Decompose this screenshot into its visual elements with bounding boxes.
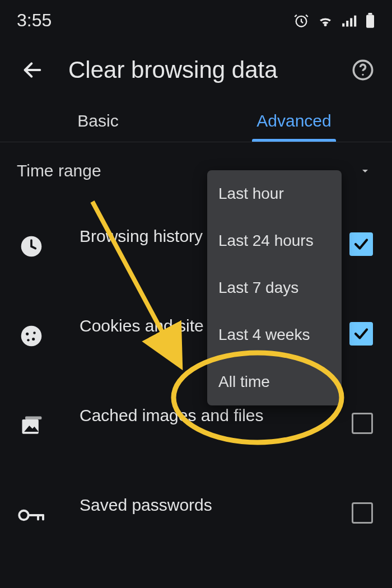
- page-title: Clear browsing data: [48, 57, 347, 83]
- svg-rect-5: [366, 15, 374, 27]
- tab-advanced-label: Advanced: [256, 111, 331, 130]
- clock-icon: [17, 232, 46, 261]
- key-icon: [17, 501, 46, 530]
- svg-rect-6: [368, 13, 372, 15]
- svg-point-12: [32, 338, 35, 340]
- check-icon: [353, 236, 370, 253]
- tab-advanced[interactable]: Advanced: [196, 99, 392, 142]
- svg-point-9: [362, 74, 363, 76]
- chevron-down-icon: [358, 164, 372, 178]
- svg-point-13: [27, 339, 29, 341]
- tab-basic[interactable]: Basic: [0, 99, 196, 142]
- svg-rect-1: [342, 23, 344, 26]
- dropdown-option-last-7-days[interactable]: Last 7 days: [207, 264, 342, 311]
- option-label: Last 7 days: [218, 279, 298, 296]
- option-label: All time: [218, 373, 270, 390]
- option-label: Last 24 hours: [218, 232, 314, 249]
- time-range-label: Time range: [17, 161, 207, 180]
- dropdown-option-last-4-weeks[interactable]: Last 4 weeks: [207, 311, 342, 358]
- status-time: 3:55: [17, 10, 52, 31]
- help-button[interactable]: [347, 54, 379, 86]
- option-label: Last 4 weeks: [218, 326, 310, 343]
- dropdown-option-all-time[interactable]: All time: [207, 358, 342, 405]
- item-label: Cached images and files: [46, 406, 352, 425]
- svg-rect-3: [350, 18, 352, 26]
- signal-icon: [342, 14, 357, 27]
- item-label: Saved passwords: [46, 496, 352, 515]
- svg-rect-17: [25, 417, 41, 420]
- checkbox-browsing-history[interactable]: [349, 232, 373, 256]
- arrow-left-icon: [21, 59, 44, 81]
- svg-point-18: [19, 511, 29, 520]
- item-passwords[interactable]: Saved passwords: [0, 463, 392, 552]
- header: Clear browsing data: [0, 34, 392, 99]
- svg-rect-2: [346, 21, 348, 27]
- checkbox-cache[interactable]: [352, 413, 373, 434]
- checkbox-cookies[interactable]: [349, 322, 373, 346]
- tabs: Basic Advanced: [0, 99, 392, 142]
- option-label: Last hour: [218, 185, 284, 202]
- status-bar: 3:55: [0, 0, 392, 34]
- svg-point-14: [33, 332, 35, 334]
- check-icon: [353, 325, 370, 342]
- alarm-icon: [293, 13, 309, 29]
- time-range-dropdown: Last hour Last 24 hours Last 7 days Last…: [207, 170, 342, 405]
- wifi-icon: [317, 13, 334, 28]
- dropdown-option-last-24-hours[interactable]: Last 24 hours: [207, 217, 342, 264]
- svg-point-11: [26, 333, 29, 335]
- status-icons: [293, 13, 375, 29]
- back-button[interactable]: [17, 54, 48, 86]
- help-icon: [352, 59, 374, 81]
- checkbox-passwords[interactable]: [352, 502, 373, 524]
- tab-basic-label: Basic: [77, 111, 118, 130]
- battery-icon: [365, 13, 375, 29]
- cookie-icon: [17, 321, 46, 351]
- dropdown-option-last-hour[interactable]: Last hour: [207, 170, 342, 217]
- image-icon: [17, 411, 46, 440]
- svg-rect-4: [354, 15, 356, 26]
